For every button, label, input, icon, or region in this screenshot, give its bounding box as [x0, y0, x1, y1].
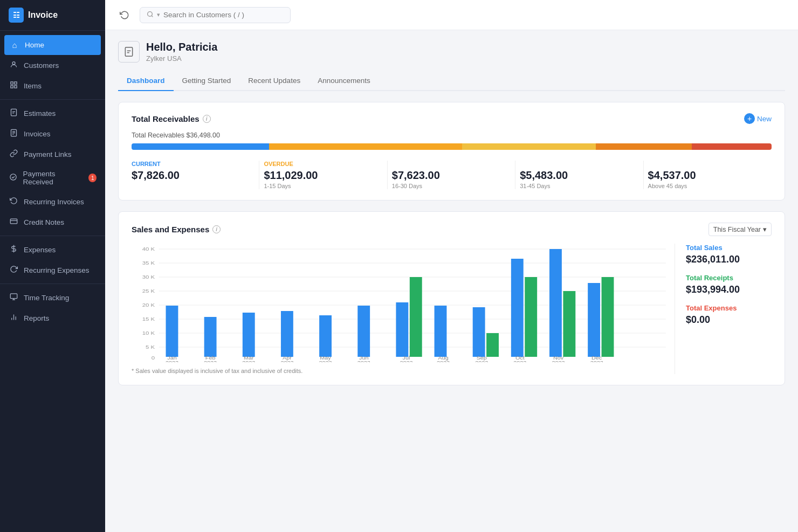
sidebar-item-label: Recurring Invoices — [24, 198, 84, 206]
svg-point-12 — [10, 174, 16, 180]
topbar: ▾ — [105, 0, 798, 30]
overdue1-amount: $11,029.00 — [264, 169, 382, 182]
payments-received-icon — [9, 173, 17, 183]
svg-text:2023: 2023 — [590, 360, 603, 362]
overdue4-range: Above 45 days — [648, 183, 767, 189]
sidebar-item-invoices[interactable]: Invoices — [0, 123, 105, 144]
refresh-button[interactable] — [116, 6, 133, 24]
sidebar-item-label: Payments Received — [23, 170, 82, 186]
overdue-label: OVERDUE — [264, 161, 382, 167]
greeting-icon — [118, 41, 140, 63]
sidebar-item-label: Invoices — [24, 130, 51, 138]
sidebar-item-label: Items — [24, 82, 42, 90]
period-chevron: ▾ — [763, 225, 767, 233]
sales-expenses-header: Sales and Expenses i This Fiscal Year ▾ — [132, 223, 772, 236]
app-logo: ☷ Invoice — [0, 0, 105, 31]
bar-sales-apr — [281, 311, 293, 357]
svg-rect-1 — [10, 82, 12, 84]
overdue2-amount: $7,623.00 — [392, 169, 511, 182]
bar-receipts-nov — [563, 291, 575, 357]
sidebar-item-home[interactable]: ⌂ Home — [4, 35, 101, 55]
sidebar-item-expenses[interactable]: Expenses — [0, 239, 105, 260]
sidebar-item-recurring-invoices[interactable]: Recurring Invoices — [0, 191, 105, 212]
sidebar-item-payment-links[interactable]: Payment Links — [0, 144, 105, 164]
overdue1-range: 1-15 Days — [264, 183, 382, 189]
tab-recent-updates[interactable]: Recent Updates — [239, 71, 309, 91]
divider-3 — [0, 284, 105, 284]
receivables-info-icon[interactable]: i — [203, 115, 211, 123]
svg-text:0: 0 — [152, 355, 155, 361]
sales-expenses-card: Sales and Expenses i This Fiscal Year ▾ — [118, 211, 785, 385]
tabs-row: Dashboard Getting Started Recent Updates… — [118, 71, 785, 91]
svg-text:25 K: 25 K — [142, 288, 155, 294]
receivables-card: Total Receivables i + New Total Receivab… — [118, 102, 785, 201]
payments-received-badge: 1 — [88, 174, 97, 182]
sidebar-item-label: Reports — [24, 314, 49, 322]
overdue3-range: 31-45 Days — [520, 183, 638, 189]
bar-sales-nov — [549, 249, 562, 357]
bar-current — [132, 143, 269, 150]
sidebar-item-recurring-expenses[interactable]: Recurring Expenses — [0, 260, 105, 280]
bar-receipts-jul — [410, 277, 422, 357]
svg-rect-4 — [14, 86, 16, 88]
bar-overdue1 — [269, 143, 463, 150]
svg-text:2023: 2023 — [319, 360, 332, 362]
sidebar-item-label: Credit Notes — [24, 218, 64, 226]
overdue4-amount: $4,537.00 — [648, 169, 767, 182]
customers-icon — [9, 60, 18, 70]
sidebar-item-credit-notes[interactable]: Credit Notes — [0, 212, 105, 232]
tab-announcements[interactable]: Announcements — [309, 71, 379, 91]
sidebar-item-items[interactable]: Items — [0, 75, 105, 96]
sidebar-item-payments-received[interactable]: Payments Received 1 — [0, 164, 105, 191]
divider-2 — [0, 236, 105, 236]
divider-1 — [0, 99, 105, 100]
sidebar-item-label: Expenses — [24, 246, 56, 254]
new-button[interactable]: + New — [744, 113, 772, 124]
logo-icon: ☷ — [9, 8, 24, 23]
total-expenses-value: $0.00 — [686, 314, 772, 326]
bar-sales-jun — [357, 306, 370, 357]
main-panel: ▾ Hello, Patricia Zylker USA Dashboard G… — [105, 0, 798, 532]
svg-text:2023: 2023 — [280, 360, 293, 362]
tab-dashboard[interactable]: Dashboard — [118, 71, 174, 91]
svg-rect-16 — [10, 294, 17, 299]
period-selector[interactable]: This Fiscal Year ▾ — [708, 223, 772, 236]
app-name: Invoice — [28, 10, 58, 20]
receivables-grid: CURRENT $7,826.00 OVERDUE $11,029.00 1-1… — [132, 161, 772, 189]
greeting-name: Hello, Patricia — [146, 41, 217, 53]
bar-overdue4 — [692, 143, 772, 150]
current-amount: $7,826.00 — [132, 169, 254, 182]
recurring-invoices-icon — [9, 197, 18, 206]
sidebar-item-label: Recurring Expenses — [24, 266, 90, 274]
overdue2-range: 16-30 Days — [392, 183, 511, 189]
sidebar-item-reports[interactable]: Reports — [0, 308, 105, 328]
sidebar-item-estimates[interactable]: Estimates — [0, 103, 105, 123]
sales-expenses-info-icon[interactable]: i — [212, 225, 221, 233]
search-input[interactable] — [163, 11, 282, 19]
bar-sales-feb — [204, 317, 217, 357]
rec-overdue4: - $4,537.00 Above 45 days — [644, 161, 772, 189]
receivables-card-header: Total Receivables i + New — [132, 113, 772, 124]
sidebar-item-customers[interactable]: Customers — [0, 55, 105, 75]
bar-overdue3 — [596, 143, 692, 150]
expenses-icon — [9, 245, 18, 254]
payment-links-icon — [9, 149, 18, 159]
svg-text:2023: 2023 — [242, 360, 255, 362]
greeting-row: Hello, Patricia Zylker USA — [118, 41, 785, 63]
search-bar[interactable]: ▾ — [140, 7, 291, 23]
search-dropdown-icon[interactable]: ▾ — [157, 11, 160, 18]
svg-rect-13 — [10, 219, 17, 224]
bar-sales-oct — [511, 259, 524, 357]
bar-sales-dec — [588, 283, 600, 357]
svg-text:2023: 2023 — [552, 360, 565, 362]
tab-getting-started[interactable]: Getting Started — [174, 71, 240, 91]
sidebar: ☷ Invoice ⌂ Home Customers Items — [0, 0, 105, 532]
sales-expenses-inner: 40 K 35 K 30 K 25 K 20 K 15 K 10 K 5 K 0 — [132, 244, 772, 374]
sidebar-nav: ⌂ Home Customers Items Estimates — [0, 31, 105, 532]
svg-text:2023: 2023 — [166, 360, 178, 362]
rec-current: CURRENT $7,826.00 — [132, 161, 259, 189]
rec-overdue3: - $5,483.00 31-45 Days — [515, 161, 643, 189]
total-expenses-label: Total Expenses — [686, 304, 772, 312]
sales-expenses-title: Sales and Expenses i — [132, 225, 221, 234]
sidebar-item-time-tracking[interactable]: Time Tracking — [0, 287, 105, 308]
